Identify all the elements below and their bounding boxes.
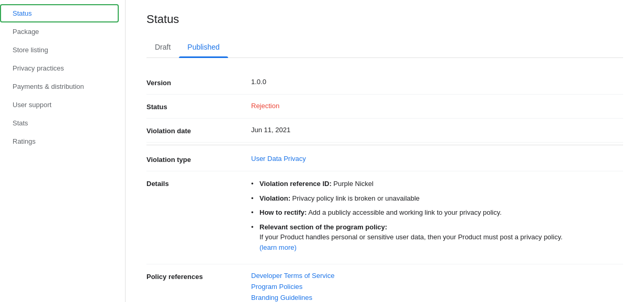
violation-date-value: Jun 11, 2021: [251, 126, 623, 134]
ref-id-label: Violation reference ID:: [259, 180, 332, 188]
sidebar-item-ratings[interactable]: Ratings: [0, 132, 119, 150]
sidebar-item-store-listing[interactable]: Store listing: [0, 41, 119, 59]
main-content: Status Draft Published Version 1.0.0 Sta…: [126, 0, 644, 302]
sidebar-item-user-support[interactable]: User support: [0, 96, 119, 114]
sidebar-item-package[interactable]: Package: [0, 22, 119, 41]
policy-references-content: Developer Terms of Service Program Polic…: [251, 272, 623, 302]
version-label: Version: [146, 78, 251, 87]
detail-item-policy: Relevant section of the program policy: …: [251, 222, 623, 253]
violation-type-value[interactable]: User Data Privacy: [251, 155, 623, 162]
status-label: Status: [146, 102, 251, 111]
sidebar-item-stats[interactable]: Stats: [0, 114, 119, 132]
page-title: Status: [146, 13, 623, 26]
detail-item-violation: Violation: Privacy policy link is broken…: [251, 193, 623, 204]
detail-item-ref: Violation reference ID: Purple Nickel: [251, 179, 623, 189]
tab-published[interactable]: Published: [179, 37, 228, 57]
status-value: Rejection: [251, 102, 623, 110]
violation-date-row: Violation date Jun 11, 2021: [146, 119, 623, 143]
version-row: Version 1.0.0: [146, 71, 623, 95]
policy-link-branding[interactable]: Branding Guidelines: [251, 294, 623, 301]
detail-item-rectify: How to rectify: Add a publicly accessibl…: [251, 207, 623, 218]
ref-id-value: Purple Nickel: [332, 180, 374, 188]
rectify-text: Add a publicly accessible and working li…: [307, 208, 502, 216]
details-row: Details Violation reference ID: Purple N…: [146, 171, 623, 264]
status-row: Status Rejection: [146, 95, 623, 119]
sidebar-item-payments-distribution[interactable]: Payments & distribution: [0, 77, 119, 96]
policy-references-label: Policy references: [146, 272, 251, 281]
divider: [146, 145, 623, 145]
violation-label: Violation:: [259, 194, 290, 202]
learn-more-link[interactable]: (learn more): [259, 243, 297, 251]
violation-text: Privacy policy link is broken or unavail…: [290, 194, 420, 202]
rectify-label: How to rectify:: [259, 208, 307, 216]
sidebar: Status Package Store listing Privacy pra…: [0, 0, 126, 302]
content-table: Version 1.0.0 Status Rejection Violation…: [146, 71, 623, 302]
tabs-container: Draft Published: [146, 37, 623, 58]
violation-type-row: Violation type User Data Privacy: [146, 147, 623, 171]
policy-section-label: Relevant section of the program policy:: [259, 223, 387, 231]
policy-link-program-policies[interactable]: Program Policies: [251, 283, 623, 291]
violation-type-label: Violation type: [146, 155, 251, 164]
sidebar-item-privacy-practices[interactable]: Privacy practices: [0, 59, 119, 77]
details-content: Violation reference ID: Purple Nickel Vi…: [251, 179, 623, 257]
tab-draft[interactable]: Draft: [146, 37, 179, 57]
details-label: Details: [146, 179, 251, 188]
details-list: Violation reference ID: Purple Nickel Vi…: [251, 179, 623, 252]
version-value: 1.0.0: [251, 78, 623, 86]
policy-link-dev-terms[interactable]: Developer Terms of Service: [251, 272, 623, 280]
policy-section-text: If your Product handles personal or sens…: [259, 233, 562, 241]
policy-references-row: Policy references Developer Terms of Ser…: [146, 264, 623, 302]
sidebar-item-status[interactable]: Status: [0, 4, 119, 22]
violation-date-label: Violation date: [146, 126, 251, 135]
